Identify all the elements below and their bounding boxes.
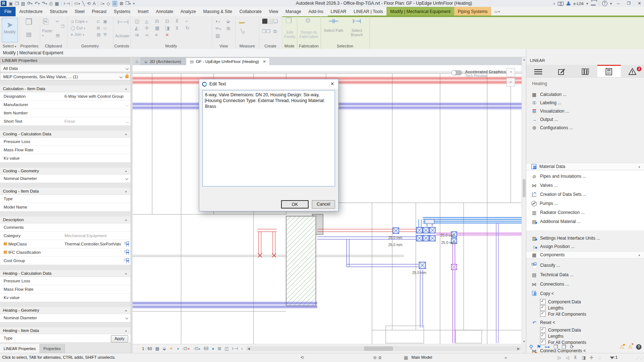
checkbox-component-data[interactable]: Component Data	[540, 299, 581, 305]
ribbon-display-toggle-icon[interactable]: ▭▾	[491, 7, 502, 16]
rp-item-visualization[interactable]: Visualization ...	[526, 107, 644, 115]
user-menu-chevron-icon[interactable]: ▾	[586, 2, 588, 5]
mirror-pick-icon[interactable]: ◭	[135, 25, 143, 31]
switch-windows-icon[interactable]: ❐▾	[125, 1, 131, 7]
dialog-close-icon[interactable]: ✕	[329, 81, 336, 87]
scroll-left-icon[interactable]: ◀	[247, 346, 250, 351]
dialog-title-bar[interactable]: Edit Text	[199, 79, 338, 89]
displacement-icon[interactable]: ◫	[225, 346, 229, 351]
ribbon-tab-collaborate[interactable]: Collaborate	[236, 7, 265, 16]
components-header[interactable]: ▦Components▲	[526, 251, 644, 258]
detail-level-icon[interactable]: ▦	[155, 346, 159, 351]
detail-line-icon[interactable]: ⟲	[87, 1, 91, 6]
help-menu-chevron-icon[interactable]: ▾	[610, 2, 612, 5]
steering-wheel-icon[interactable]: ◔	[506, 68, 515, 77]
measure-icon[interactable]: ▭▾	[74, 1, 80, 7]
tag-icon[interactable]: ╲	[82, 1, 85, 6]
ribbon-tab-structure[interactable]: Structure	[46, 7, 71, 16]
section-header-calculation-item-data[interactable]: Calculation - Item Data▲	[0, 85, 130, 92]
section-header-description[interactable]: Description▲	[0, 216, 130, 223]
offset-icon[interactable]: ⊡	[165, 18, 173, 24]
property-value[interactable]: Frese	[64, 119, 124, 123]
ok-button[interactable]: OK	[281, 200, 309, 209]
chevron-down-icon[interactable]	[125, 316, 128, 319]
property-row-kv-value[interactable]: Kv value	[0, 154, 130, 163]
ribbon-tab-annotate[interactable]: Annotate	[152, 7, 177, 16]
save-icon[interactable]: ▤	[21, 1, 25, 6]
select-pinned-toggle-icon[interactable]: ⊼	[574, 355, 577, 360]
section-header-heating-calculation-data[interactable]: Heating - Calculation Data▲	[0, 270, 130, 277]
ribbon-tab-analyze[interactable]: Analyze	[177, 7, 200, 16]
collapse-bar-icon[interactable]: ‹	[241, 346, 243, 351]
signed-in-user[interactable]: e-L04	[573, 1, 584, 6]
beam-joins-icon[interactable]: ▣	[103, 18, 107, 24]
default-3d-view-icon[interactable]: ⌂▾	[100, 1, 104, 7]
resize-grip[interactable]: ⋰⋰	[636, 356, 644, 360]
sun-path-icon[interactable]: ☀	[169, 346, 173, 351]
checkbox-for-all-components[interactable]: For All Components	[540, 311, 586, 317]
select-branch-button[interactable]: ⊦⊣ Select Branch	[345, 18, 368, 37]
rp-item-pumps[interactable]: Pumps ...	[526, 199, 644, 207]
hierarchy-icon[interactable]	[124, 258, 130, 263]
ribbon-tab-modify-mechanical-equipment[interactable]: Modify | Mechanical Equipment	[386, 7, 454, 16]
rp-item-classify[interactable]: Classify ...	[526, 261, 644, 269]
view-tab-gf-upedge[interactable]: ▤ GF - UpEdge UnfinFloor (Heating) ✕	[186, 58, 270, 65]
tab-calculation[interactable]	[597, 65, 621, 77]
property-row-mass-flow-rate[interactable]: Mass Flow Rate	[0, 285, 130, 294]
shadows-icon[interactable]: ◑	[176, 346, 179, 351]
collapse-icon[interactable]: ▲	[125, 329, 127, 332]
cube-view-icon[interactable]: ⬙	[226, 18, 230, 24]
create-assembly-icon[interactable]: ⧉	[273, 29, 277, 34]
tab-library[interactable]	[573, 65, 597, 77]
rp-item-technical-data[interactable]: ▤Technical Data ...	[526, 271, 644, 279]
pin-icon[interactable]: ⊼	[175, 18, 183, 24]
collapse-icon[interactable]: ▲	[125, 169, 127, 173]
aligned-dimension-icon[interactable]: ⊦⊣	[64, 1, 70, 6]
close-inactive-windows-icon[interactable]: ⊠	[120, 1, 123, 6]
delete-icon[interactable]: ✕	[165, 32, 173, 38]
rp-item-radiator-connection[interactable]: ▥Radiator Connection ...	[526, 209, 644, 216]
paint-icon[interactable]: ⚏	[103, 25, 107, 31]
scale-icon[interactable]: ◨	[165, 25, 173, 31]
property-value[interactable]: Mechanical Equipment	[64, 233, 130, 238]
scroll-right-icon[interactable]: ▶	[517, 346, 520, 351]
property-row-pressure-loss[interactable]: Pressure Loss	[0, 138, 130, 146]
property-row-mass-flow-rate[interactable]: Mass Flow Rate	[0, 146, 130, 154]
align-icon[interactable]: ◫	[135, 18, 143, 24]
property-row-mepclass[interactable]: MepClassThermal.Controller.SixPortValv	[0, 240, 130, 248]
join-button[interactable]: ● Join ▾	[71, 31, 84, 37]
section-header-heating-geometry[interactable]: Heating - Geometry▲	[0, 307, 130, 314]
sync-icon[interactable]: ⟳▾	[27, 1, 32, 7]
property-row-nominal-diameter[interactable]: Nominal Diameter	[0, 314, 130, 322]
cope-button[interactable]: ⊐ Cope ▾	[71, 18, 87, 24]
aligned-dim-icon[interactable]: ╲▾	[241, 29, 245, 35]
accelerated-graphics-toggle[interactable]	[451, 70, 462, 75]
property-row-category[interactable]: CategoryMechanical Equipment	[0, 232, 130, 240]
undo-icon[interactable]: ↶▾	[35, 1, 40, 7]
property-value[interactable]: 6-Way Valve with Control Group	[64, 94, 130, 98]
checkbox-for-all-components[interactable]: For All Components	[540, 339, 586, 345]
tab-properties[interactable]: Properties	[40, 344, 65, 353]
reveal-constraints-icon[interactable]: ⊞	[218, 346, 221, 351]
split-element-icon[interactable]: ≡	[155, 32, 163, 38]
rp-item-creation-of-data-sets[interactable]: Creation of Data Sets ...	[526, 190, 644, 198]
rp-item-copy[interactable]: Copy <	[526, 290, 644, 298]
section-header-heating-item-data[interactable]: Heating - Item Data▲	[0, 327, 130, 334]
ribbon-tab-piping-systems[interactable]: Piping Systems	[454, 7, 492, 16]
properties-palette-icon[interactable]: ❒	[25, 19, 33, 25]
ribbon-tab-add-ins[interactable]: Add-Ins	[305, 7, 327, 16]
tab-warnings[interactable]: 2	[621, 65, 644, 77]
properties-panel-label[interactable]: Properties	[19, 44, 40, 48]
revit-logo-icon[interactable]: R	[1, 1, 7, 6]
collapse-icon[interactable]: ▲	[638, 253, 641, 257]
activate-controls-icon[interactable]: ⊢⊣	[117, 19, 129, 25]
select-panel-label[interactable]: Select ▾	[0, 44, 19, 48]
design-to-fabrication-button[interactable]: Design to Fabrication	[297, 30, 321, 39]
section-header-cooling-item-data[interactable]: Cooling - Item Data▲	[0, 188, 130, 195]
element-type-combo[interactable]: MEP Components, Six-Way Valve, ... (1)	[0, 73, 130, 80]
rp-item-labeling[interactable]: ①Labeling ...	[526, 99, 644, 107]
ribbon-tab-precast[interactable]: Precast	[88, 7, 110, 16]
rp-item-assign-position[interactable]: ⌂Assign Position ...	[526, 243, 644, 251]
edit-family-icon[interactable]: ❒	[285, 18, 292, 24]
collapse-icon[interactable]: ▲	[125, 132, 127, 136]
